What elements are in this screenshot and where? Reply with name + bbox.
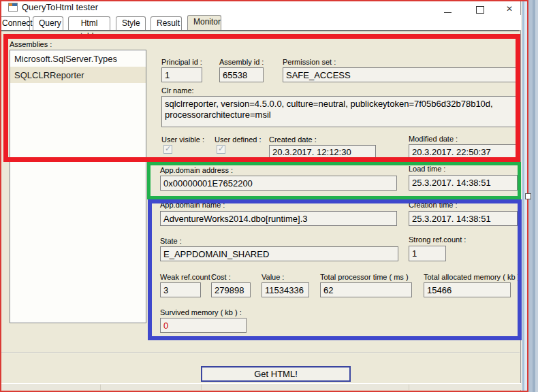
background-window-strip [521,0,538,392]
appdomain-address-label: App.domain address : [160,166,233,174]
permission-set-input[interactable] [283,67,519,82]
clr-name-input[interactable]: sqlclrreporter, version=4.5.0.0, culture… [161,96,520,127]
tab-style[interactable]: Style [116,16,146,30]
tab-connect[interactable]: Connect [0,16,30,30]
user-defined-label: User defined : [215,135,261,144]
creation-time-input[interactable] [409,211,518,226]
assembly-id-input[interactable] [219,67,264,82]
principal-id-label: Principal id : [161,58,202,66]
total-processor-time-label: Total processor time ( ms ) [320,273,409,281]
total-processor-time-input[interactable] [320,282,412,297]
titlebar: QueryToHtml tester [0,0,520,15]
load-time-label: Load time : [409,165,445,173]
weak-ref-count-input[interactable] [160,282,201,297]
assemblies-label: Assemblies : [10,40,52,48]
survived-memory-label: Survived memory ( kb ) : [160,308,242,316]
tab-html-table[interactable]: Html table [68,16,110,30]
assembly-id-label: Assembly id : [219,58,264,66]
load-time-input[interactable] [409,175,518,191]
tab-bar: Connect Query Html table Style Result Mo… [0,15,521,30]
modified-date-input[interactable] [409,144,520,159]
status-divider [201,385,202,390]
weak-ref-count-label: Weak ref.count : [160,273,215,281]
principal-id-input[interactable] [161,67,202,82]
modified-date-label: Modified date : [409,135,458,143]
status-divider [409,385,409,390]
app-window: QueryToHtml tester Connect Query Html ta… [0,0,521,392]
user-visible-label: User visible : [161,135,204,144]
maximize-button[interactable] [469,0,492,15]
appdomain-name-input[interactable] [160,211,397,226]
tab-monitor[interactable]: Monitor [187,15,221,30]
cost-label: Cost : [211,273,231,281]
appdomain-address-input[interactable] [160,176,397,191]
state-input[interactable] [160,246,398,261]
value-input[interactable] [262,282,309,297]
tab-query[interactable]: Query [33,16,63,30]
window-title: QueryToHtml tester [22,2,98,12]
appdomain-name-label: App.domain name : [160,201,225,209]
total-allocated-memory-input[interactable] [424,282,511,297]
list-item[interactable]: SQLCLRReporter [10,67,146,83]
creation-time-label: Creation time : [409,201,458,209]
clr-name-label: Clr name: [161,86,194,95]
user-defined-checkbox [217,145,225,154]
app-icon [8,3,18,12]
tab-result[interactable]: Result [151,16,182,30]
get-html-button[interactable]: Get HTML! [201,366,351,382]
strong-ref-count-input[interactable] [409,246,446,261]
tabpage-top-border [0,30,520,31]
status-divider [100,385,101,390]
total-allocated-memory-label: Total allocated memory ( kb ) [424,273,520,281]
tabpage-bottom-border [0,352,520,353]
strong-ref-count-label: Strong ref.count : [409,235,466,244]
created-date-label: Created date : [269,135,317,144]
state-label: State : [160,237,182,245]
close-button[interactable] [498,0,521,15]
assemblies-listbox[interactable]: Microsoft.SqlServer.Types SQLCLRReporter [10,50,146,323]
status-strip [0,383,521,390]
permission-set-label: Permission set : [283,58,336,66]
created-date-input[interactable] [269,145,376,159]
survived-memory-input[interactable] [160,318,247,333]
cost-input[interactable] [211,282,251,297]
value-label: Value : [262,273,284,281]
user-visible-checkbox [163,145,172,154]
minimize-button[interactable] [436,0,459,15]
list-item[interactable]: Microsoft.SqlServer.Types [10,50,146,67]
